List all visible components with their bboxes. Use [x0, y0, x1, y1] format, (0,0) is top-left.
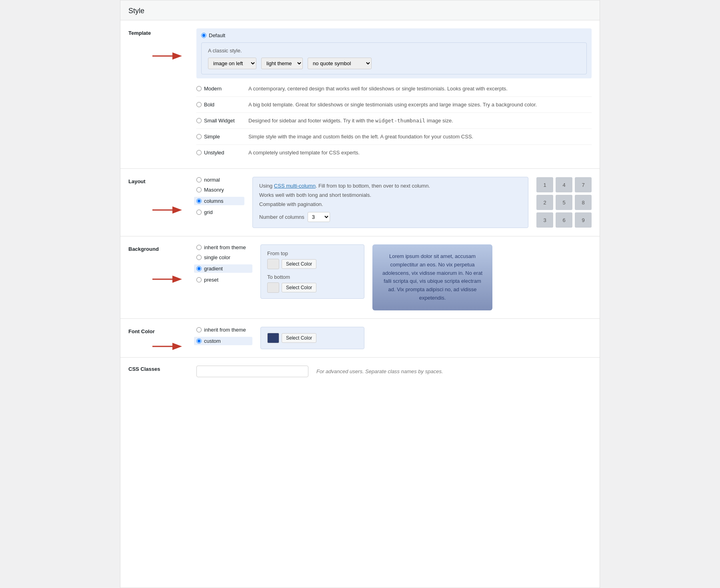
fc-inherit-radio[interactable] — [196, 327, 202, 332]
grid-cell-9: 9 — [575, 212, 592, 228]
to-bottom-color-swatch — [267, 282, 279, 293]
bg-inherit-label: inherit from theme — [204, 244, 246, 250]
bg-preview-text: Lorem ipsum dolor sit amet, accusam comp… — [380, 252, 485, 302]
columns-grid-visual: 1 4 7 2 5 8 3 6 9 — [536, 177, 592, 228]
modern-radio[interactable] — [196, 86, 202, 91]
font-color-picker-row: Select Color — [267, 333, 358, 343]
page-title: Style — [120, 0, 600, 20]
columns-layout-radio[interactable] — [196, 198, 202, 204]
bg-gradient-panel: From top Select Color To bottom Select C… — [260, 244, 364, 299]
template-section: Template Default A cla — [120, 20, 600, 169]
columns-detail-panel: Using CSS multi-column. Fill from top to… — [252, 177, 528, 228]
css-classes-input[interactable] — [196, 366, 308, 377]
masonry-layout-radio[interactable] — [196, 187, 202, 192]
template-dropdowns: image on left image on right no image li… — [208, 58, 580, 69]
css-classes-label: CSS Classes — [128, 366, 184, 372]
bg-inherit-radio[interactable] — [196, 245, 202, 250]
layout-section-label: Layout — [128, 178, 184, 184]
template-section-label: Template — [128, 30, 184, 36]
grid-cell-8: 8 — [575, 195, 592, 210]
font-color-section: Font Color inherit from theme — [120, 319, 600, 358]
font-color-section-label: Font Color — [128, 328, 184, 334]
simple-radio[interactable] — [196, 134, 202, 139]
css-multicolumn-link[interactable]: CSS multi-column — [274, 183, 316, 189]
small-widget-desc: Designed for sidebar and footer widgets.… — [248, 118, 592, 124]
arrow-custom-icon — [152, 342, 182, 351]
grid-cell-3: 3 — [536, 212, 553, 228]
font-color-swatch — [267, 333, 279, 343]
from-top-label: From top — [267, 250, 358, 256]
small-widget-radio[interactable] — [196, 118, 202, 123]
font-color-button[interactable]: Select Color — [282, 333, 316, 343]
arrow-default-icon — [152, 52, 182, 60]
default-radio[interactable] — [201, 33, 206, 38]
small-widget-option-row: Small Widget Designed for sidebar and fo… — [196, 113, 592, 129]
to-bottom-label: To bottom — [267, 274, 358, 280]
modern-desc: A contemporary, centered design that wor… — [248, 86, 592, 92]
bg-single-label: single color — [204, 254, 230, 260]
unstyled-desc: A completely unstyled template for CSS e… — [248, 150, 592, 156]
bold-radio[interactable] — [196, 102, 202, 107]
simple-label: Simple — [204, 134, 220, 140]
fc-inherit-label: inherit from theme — [204, 327, 246, 333]
bg-gradient-radio[interactable] — [196, 266, 202, 271]
css-classes-section: CSS Classes For advanced users. Separate… — [120, 358, 600, 385]
css-classes-hint: For advanced users. Separate class names… — [316, 368, 443, 374]
from-top-color-button[interactable]: Select Color — [282, 259, 316, 269]
bold-desc: A big bold template. Great for slideshow… — [248, 102, 592, 108]
bg-preset-radio[interactable] — [196, 277, 202, 282]
bold-label: Bold — [204, 102, 214, 108]
grid-cell-1: 1 — [536, 177, 553, 192]
columns-line1: Using CSS multi-column. Fill from top to… — [259, 183, 522, 189]
background-section-label: Background — [128, 246, 184, 252]
theme-select[interactable]: light theme dark theme — [261, 58, 303, 69]
to-bottom-color-button[interactable]: Select Color — [282, 283, 316, 292]
grid-cell-6: 6 — [556, 212, 572, 228]
unstyled-label: Unstyled — [204, 150, 224, 156]
bg-single-radio[interactable] — [196, 255, 202, 260]
unstyled-radio[interactable] — [196, 150, 202, 155]
fc-custom-radio[interactable] — [196, 338, 202, 344]
bg-preview: Lorem ipsum dolor sit amet, accusam comp… — [372, 244, 492, 310]
masonry-layout-label: Masonry — [204, 187, 224, 193]
grid-cell-7: 7 — [575, 177, 592, 192]
default-template-panel: Default A classic style. image on left i… — [196, 28, 592, 78]
modern-option-row: Modern A contemporary, centered design t… — [196, 81, 592, 97]
unstyled-option-row: Unstyled A completely unstyled template … — [196, 145, 592, 160]
normal-layout-label: normal — [204, 177, 220, 183]
modern-label: Modern — [204, 86, 222, 92]
arrow-gradient-icon — [152, 275, 182, 284]
small-widget-label: Small Widget — [204, 118, 235, 124]
grid-layout-radio[interactable] — [196, 210, 202, 215]
columns-count-label: Number of columns — [259, 214, 304, 220]
columns-line3: Compatible with pagination. — [259, 201, 522, 207]
columns-layout-label: columns — [204, 198, 223, 204]
bg-gradient-label: gradient — [204, 266, 223, 272]
fc-custom-label: custom — [204, 338, 221, 344]
columns-count-row: Number of columns 1 2 3 4 5 6 — [259, 212, 522, 222]
simple-desc: Simple style with the image and custom f… — [248, 134, 592, 140]
columns-line2: Works well with both long and short test… — [259, 192, 522, 198]
background-section: Background inherit from theme — [120, 236, 600, 319]
bold-option-row: Bold A big bold template. Great for slid… — [196, 97, 592, 113]
columns-count-select[interactable]: 1 2 3 4 5 6 — [308, 212, 330, 222]
from-top-color-swatch — [267, 259, 279, 269]
grid-cell-5: 5 — [556, 195, 572, 210]
bg-options: inherit from theme single color gradient — [196, 244, 252, 287]
from-top-row: From top Select Color — [267, 250, 358, 269]
quote-symbol-select[interactable]: no quote symbol quote symbol left quote … — [308, 58, 372, 69]
default-label: Default — [209, 32, 225, 38]
font-color-options: inherit from theme custom — [196, 327, 252, 349]
image-position-select[interactable]: image on left image on right no image — [208, 58, 256, 69]
grid-cell-2: 2 — [536, 195, 553, 210]
normal-layout-radio[interactable] — [196, 177, 202, 182]
bg-preset-label: preset — [204, 277, 218, 283]
grid-cell-4: 4 — [556, 177, 572, 192]
grid-layout-label: grid — [204, 209, 213, 215]
layout-section: Layout normal — [120, 169, 600, 236]
font-color-panel: Select Color — [260, 327, 364, 349]
default-desc: A classic style. — [208, 48, 580, 54]
layout-options: normal Masonry columns grid — [196, 177, 244, 219]
simple-option-row: Simple Simple style with the image and c… — [196, 129, 592, 145]
arrow-columns-icon — [152, 206, 182, 214]
